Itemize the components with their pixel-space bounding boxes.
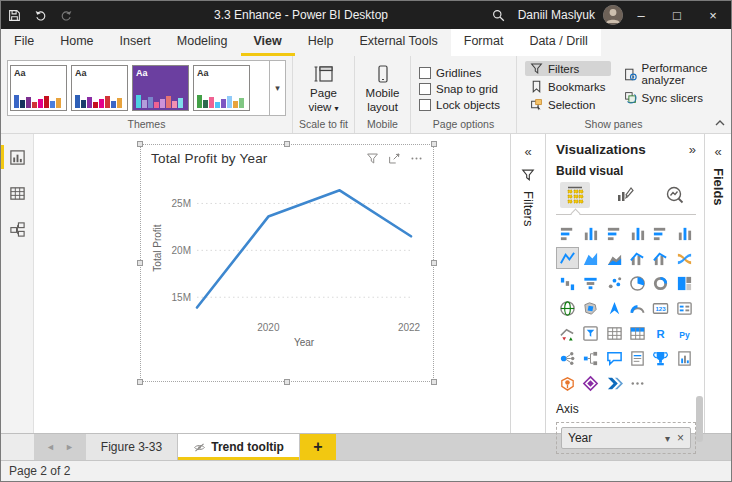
- save-button[interactable]: [1, 1, 27, 29]
- show-pane-filters[interactable]: Filters: [525, 61, 611, 76]
- visual-type-ribbon-chart[interactable]: [673, 247, 696, 269]
- resize-handle[interactable]: [137, 260, 143, 266]
- visual-type-more-visuals[interactable]: [626, 372, 649, 394]
- visual-type-gauge[interactable]: [626, 297, 649, 319]
- filter-icon[interactable]: [366, 152, 379, 165]
- visual-type-matrix[interactable]: [626, 322, 649, 344]
- ribbon-tab-file[interactable]: File: [1, 29, 47, 56]
- theme-1[interactable]: Aa: [10, 65, 67, 111]
- checkbox-box[interactable]: [419, 99, 431, 111]
- themes-more-button[interactable]: ▾: [269, 61, 285, 115]
- resize-handle[interactable]: [284, 379, 290, 385]
- resize-handle[interactable]: [137, 141, 143, 147]
- scrollbar-thumb[interactable]: [696, 396, 703, 442]
- line-chart-visual[interactable]: Total Profit by Year 15M20M25M20202022To…: [140, 144, 434, 382]
- visual-type-line-and-clustered-column-chart[interactable]: [649, 247, 672, 269]
- visual-type-funnel-chart[interactable]: [579, 272, 602, 294]
- more-options-icon[interactable]: [410, 152, 423, 165]
- chevron-double-left-icon[interactable]: «: [714, 144, 721, 159]
- resize-handle[interactable]: [137, 379, 143, 385]
- visual-type-arcgis-maps[interactable]: [556, 372, 579, 394]
- visual-type-waterfall-chart[interactable]: [556, 272, 579, 294]
- tab-format-visual[interactable]: [610, 182, 640, 208]
- visual-type-clustered-column-chart[interactable]: [626, 222, 649, 244]
- visual-type-python-visual[interactable]: Py: [673, 322, 696, 344]
- ribbon-tab-data-drill[interactable]: Data / Drill: [516, 29, 600, 56]
- report-canvas[interactable]: Total Profit by Year 15M20M25M20202022To…: [34, 134, 510, 433]
- minimize-button[interactable]: –: [623, 1, 659, 29]
- fields-pane-title[interactable]: Fields: [711, 168, 726, 206]
- visual-type-multi-row-card[interactable]: [673, 297, 696, 319]
- visual-type-azure-map[interactable]: [603, 297, 626, 319]
- show-pane-bookmarks[interactable]: Bookmarks: [525, 79, 611, 94]
- visual-type-table[interactable]: [603, 322, 626, 344]
- filters-pane-title[interactable]: Filters: [521, 191, 536, 226]
- ribbon-tab-help[interactable]: Help: [295, 29, 347, 56]
- sidebar-report-view[interactable]: [1, 142, 33, 172]
- visual-type-clustered-bar-chart[interactable]: [603, 222, 626, 244]
- theme-4[interactable]: Aa: [193, 65, 250, 111]
- search-icon[interactable]: [486, 1, 512, 29]
- close-icon[interactable]: ×: [677, 431, 684, 445]
- mobile-layout-button[interactable]: Mobile layout: [362, 61, 404, 115]
- visual-type-100-stacked-column-chart[interactable]: [673, 222, 696, 244]
- ribbon-tab-home[interactable]: Home: [47, 29, 106, 56]
- user-avatar[interactable]: [603, 5, 623, 25]
- visual-type-smart-narrative[interactable]: [626, 347, 649, 369]
- theme-2[interactable]: Aa: [71, 65, 128, 111]
- checkbox-gridlines[interactable]: Gridlines: [419, 67, 500, 79]
- visual-type-map[interactable]: [556, 297, 579, 319]
- visual-type-stacked-bar-chart[interactable]: [556, 222, 579, 244]
- prev-page-arrow-icon[interactable]: ◄: [46, 442, 55, 452]
- chevron-double-right-icon[interactable]: »: [689, 142, 696, 157]
- maximize-button[interactable]: □: [659, 1, 695, 29]
- visual-type-paginated-report[interactable]: [673, 347, 696, 369]
- ribbon-tab-insert[interactable]: Insert: [107, 29, 164, 56]
- checkbox-box[interactable]: [419, 83, 431, 95]
- page-tab-trend-tooltip[interactable]: Trend tooltip: [178, 434, 300, 460]
- ribbon-tab-external-tools[interactable]: External Tools: [346, 29, 450, 56]
- resize-handle[interactable]: [431, 379, 437, 385]
- close-button[interactable]: ×: [695, 1, 731, 29]
- undo-button[interactable]: [27, 1, 53, 29]
- visual-type-line-chart[interactable]: [556, 247, 579, 269]
- resize-handle[interactable]: [284, 141, 290, 147]
- tab-build-visual[interactable]: [560, 182, 590, 208]
- checkbox-box[interactable]: [419, 67, 431, 79]
- theme-3[interactable]: Aa: [132, 65, 189, 111]
- visual-type-goals[interactable]: [649, 347, 672, 369]
- page-view-button[interactable]: Page view ▾: [301, 61, 346, 115]
- visual-type-power-automate-visual[interactable]: [603, 372, 626, 394]
- chevron-double-left-icon[interactable]: «: [524, 144, 531, 159]
- resize-handle[interactable]: [431, 260, 437, 266]
- ribbon-tab-format[interactable]: Format: [451, 29, 517, 56]
- visual-type-100-stacked-bar-chart[interactable]: [649, 222, 672, 244]
- focus-mode-icon[interactable]: [388, 152, 401, 165]
- visual-type-stacked-column-chart[interactable]: [579, 222, 602, 244]
- tab-analytics[interactable]: [660, 182, 690, 208]
- sidebar-data-view[interactable]: [1, 178, 33, 208]
- new-page-button[interactable]: +: [300, 434, 336, 460]
- show-pane-selection[interactable]: Selection: [525, 97, 611, 112]
- visual-type-scatter-chart[interactable]: [603, 272, 626, 294]
- visual-type-power-apps-visual[interactable]: [579, 372, 602, 394]
- next-page-arrow-icon[interactable]: ►: [65, 442, 74, 452]
- visual-type-pie-chart[interactable]: [626, 272, 649, 294]
- redo-button[interactable]: [53, 1, 79, 29]
- visual-type-treemap[interactable]: [673, 272, 696, 294]
- visual-type-decomposition-tree[interactable]: [579, 347, 602, 369]
- sidebar-model-view[interactable]: [1, 214, 33, 244]
- visual-type-line-and-stacked-column-chart[interactable]: [626, 247, 649, 269]
- ribbon-tab-modeling[interactable]: Modeling: [164, 29, 241, 56]
- page-tab-figure-3-33[interactable]: Figure 3-33: [86, 434, 178, 460]
- visual-type-kpi[interactable]: [556, 322, 579, 344]
- show-pane-sync-slicers[interactable]: Sync slicers: [619, 90, 713, 105]
- visual-type-stacked-area-chart[interactable]: [603, 247, 626, 269]
- visual-type-card[interactable]: 123: [649, 297, 672, 319]
- checkbox-snap-to-grid[interactable]: Snap to grid: [419, 83, 500, 95]
- visual-type-r-script-visual[interactable]: R: [649, 322, 672, 344]
- checkbox-lock-objects[interactable]: Lock objects: [419, 99, 500, 111]
- visual-type-slicer[interactable]: [579, 322, 602, 344]
- visual-type-key-influencers[interactable]: [556, 347, 579, 369]
- show-pane-performance-analyzer[interactable]: Performance analyzer: [619, 61, 713, 87]
